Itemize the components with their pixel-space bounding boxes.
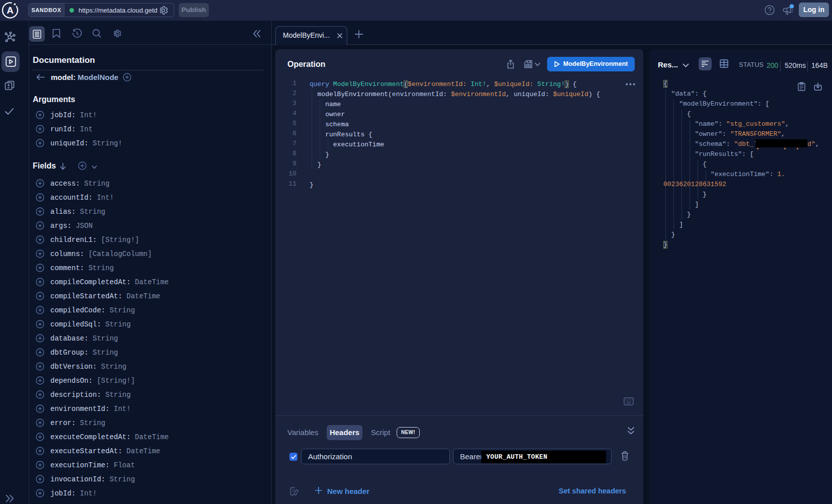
svg-text:A: A xyxy=(7,5,14,16)
